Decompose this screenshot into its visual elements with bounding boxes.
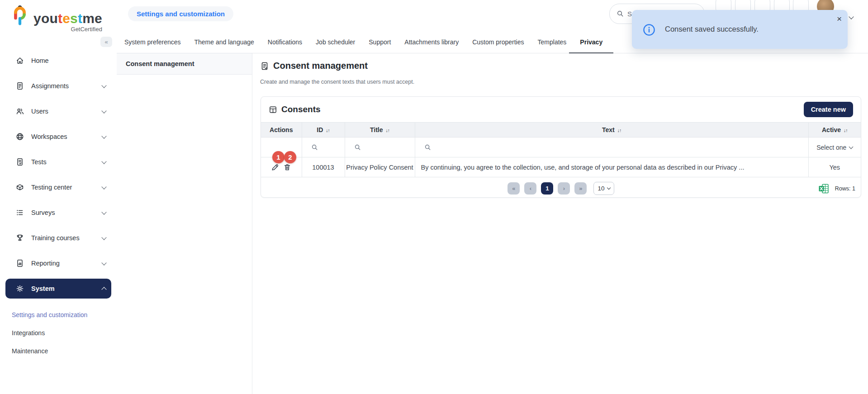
sidebar-nav: Home Assignments Users Workspaces Tests — [0, 51, 117, 304]
main-content: Consent management Create and manage the… — [252, 53, 868, 394]
submenu-item-settings-and-customization[interactable]: Settings and customization — [0, 306, 117, 324]
tab-attachments-library[interactable]: Attachments library — [404, 31, 459, 53]
consents-table: Actions ID Title Text Active Select one — [261, 122, 861, 177]
sidebar-item-label: System — [31, 285, 55, 292]
id-filter-input[interactable] — [302, 138, 345, 157]
chevron-down-icon — [849, 144, 854, 149]
sidebar-item-label: Tests — [31, 158, 47, 166]
tab-templates[interactable]: Templates — [538, 31, 567, 53]
info-icon — [643, 24, 655, 36]
cell-title: Privacy Policy Consent — [345, 157, 415, 177]
submenu-item-integrations[interactable]: Integrations — [0, 324, 117, 342]
home-icon — [15, 56, 24, 65]
chevron-up-icon — [101, 287, 106, 292]
chevron-down-icon — [607, 186, 610, 190]
search-icon — [354, 144, 361, 151]
logo-wordmark: youtestme — [33, 11, 102, 26]
page-subtitle: Create and manage the consent texts that… — [260, 79, 414, 85]
tab-system-preferences[interactable]: System preferences — [124, 31, 181, 53]
chevron-down-icon[interactable] — [849, 14, 854, 19]
delete-button[interactable] — [283, 163, 292, 172]
tab-theme-and-language[interactable]: Theme and language — [194, 31, 254, 53]
card-title: Consents — [281, 104, 321, 114]
annotation-badge-2: 2 — [284, 151, 296, 163]
sidebar-item-assignments[interactable]: Assignments — [5, 76, 111, 96]
first-page-button[interactable]: « — [508, 182, 520, 195]
sidebar-item-label: Training courses — [31, 234, 80, 242]
system-submenu: Settings and customization Integrations … — [0, 306, 117, 360]
create-new-button[interactable]: Create new — [804, 102, 853, 117]
page-size-select[interactable]: 10 — [593, 182, 614, 195]
youtestme-logo-icon — [10, 5, 30, 31]
sort-icon[interactable] — [386, 128, 390, 133]
trophy-icon — [15, 233, 24, 242]
active-filter-select[interactable]: Select one — [808, 138, 861, 157]
sidebar-collapse-button[interactable]: « — [100, 37, 112, 47]
chevron-down-icon — [101, 108, 106, 113]
tab-support[interactable]: Support — [369, 31, 391, 53]
next-page-button[interactable]: › — [558, 182, 570, 195]
cell-active: Yes — [808, 157, 861, 177]
app-window: youtestme GetCertified « Home Assignment… — [0, 0, 868, 394]
column-header-actions: Actions — [261, 123, 302, 138]
surveys-icon — [15, 208, 24, 217]
excel-export-button[interactable] — [818, 184, 829, 194]
tab-job-scheduler[interactable]: Job scheduler — [316, 31, 355, 53]
sidebar-item-label: Testing center — [31, 184, 72, 191]
sidebar: youtestme GetCertified « Home Assignment… — [0, 0, 117, 394]
sidebar-item-label: Assignments — [31, 82, 69, 90]
previous-page-button[interactable]: ‹ — [524, 182, 536, 195]
search-icon — [311, 144, 318, 151]
edit-button[interactable] — [270, 163, 280, 172]
tab-privacy[interactable]: Privacy — [580, 31, 602, 53]
search-icon — [424, 144, 432, 151]
sort-icon[interactable] — [326, 128, 330, 133]
sidebar-item-surveys[interactable]: Surveys — [5, 203, 111, 223]
sidebar-item-users[interactable]: Users — [5, 101, 111, 121]
column-header-active[interactable]: Active — [808, 123, 861, 138]
toast-message: Consent saved successfully. — [665, 25, 759, 33]
annotation-badge-1: 1 — [272, 151, 285, 163]
column-header-text[interactable]: Text — [415, 123, 808, 138]
close-icon[interactable]: × — [835, 12, 844, 26]
sidebar-item-label: Home — [31, 57, 49, 64]
sidebar-item-testing-center[interactable]: Testing center — [5, 177, 111, 197]
column-header-id[interactable]: ID — [302, 123, 345, 138]
chevron-down-icon — [101, 209, 106, 214]
chevron-down-icon — [101, 159, 106, 164]
sidebar-item-label: Reporting — [31, 260, 60, 267]
tab-notifications[interactable]: Notifications — [268, 31, 302, 53]
breadcrumb-chip[interactable]: Settings and customization — [128, 6, 233, 21]
chevron-down-icon — [101, 184, 106, 189]
sidebar-item-tests[interactable]: Tests — [5, 152, 111, 172]
page-1-button[interactable]: 1 — [541, 182, 553, 195]
app-logo[interactable]: youtestme GetCertified — [10, 5, 102, 33]
filter-row: Select one — [261, 138, 861, 157]
chevron-down-icon — [101, 133, 106, 138]
title-filter-input[interactable] — [345, 138, 415, 157]
subpanel-item-consent-management[interactable]: Consent management — [117, 53, 252, 75]
cell-id: 100013 — [302, 157, 345, 177]
sidebar-item-reporting[interactable]: Reporting — [5, 253, 111, 273]
chevron-down-icon — [101, 235, 106, 240]
reporting-icon — [15, 259, 24, 268]
text-filter-input[interactable] — [415, 138, 808, 157]
cell-text: By continuing, you agree to the collecti… — [415, 157, 808, 177]
gear-icon — [15, 284, 24, 293]
column-header-title[interactable]: Title — [345, 123, 415, 138]
sidebar-item-training-courses[interactable]: Training courses — [5, 228, 111, 248]
sort-icon[interactable] — [617, 128, 621, 133]
assignments-icon — [15, 81, 24, 90]
sidebar-item-workspaces[interactable]: Workspaces — [5, 127, 111, 147]
chevron-down-icon — [101, 83, 106, 88]
last-page-button[interactable]: » — [574, 182, 587, 195]
tests-icon — [15, 157, 24, 166]
submenu-item-maintenance[interactable]: Maintenance — [0, 342, 117, 360]
sidebar-item-system[interactable]: System — [5, 279, 111, 299]
tab-custom-properties[interactable]: Custom properties — [472, 31, 524, 53]
consent-management-icon — [260, 62, 269, 71]
rows-count-label: Rows: 1 — [835, 185, 855, 192]
sidebar-item-home[interactable]: Home — [5, 51, 111, 71]
sort-icon[interactable] — [844, 128, 848, 133]
consents-card: Consents Create new Actions ID Title Tex… — [261, 96, 861, 198]
